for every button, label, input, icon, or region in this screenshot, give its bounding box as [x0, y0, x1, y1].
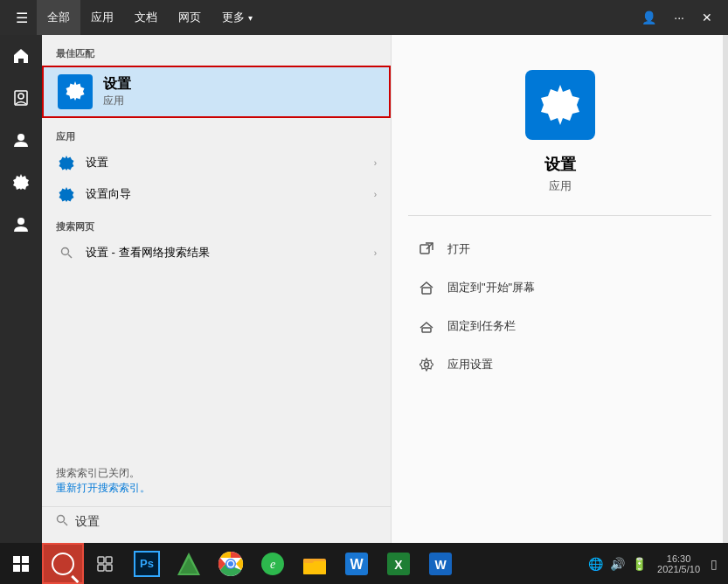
result-item-web-label: 设置 - 查看网络搜索结果 — [86, 245, 374, 261]
main-content: 最佳匹配 设置 应用 应用 — [0, 35, 728, 543]
apps-section: 应用 设置 › — [42, 125, 391, 210]
search-icon-bottom — [56, 514, 68, 529]
chevron-right-icon-2: › — [374, 190, 377, 199]
clock-date: 2021/5/10 — [657, 564, 700, 574]
sidebar-share-icon[interactable] — [0, 203, 42, 245]
action-pin-taskbar[interactable]: 固定到任务栏 — [409, 307, 711, 345]
svg-rect-18 — [13, 556, 20, 563]
tab-web[interactable]: 网页 — [168, 0, 211, 35]
svg-point-2 — [17, 134, 24, 141]
reopen-index-link[interactable]: 重新打开搜索索引。 — [56, 482, 150, 494]
open-icon — [416, 239, 437, 260]
search-notice-line1: 搜索索引已关闭。 — [56, 466, 377, 481]
best-match-item[interactable]: 设置 应用 — [42, 66, 391, 118]
search-icon — [56, 242, 77, 263]
svg-point-31 — [228, 561, 233, 567]
tab-more[interactable]: 更多 ▾ — [211, 10, 263, 25]
taskbar-app-unknown2[interactable]: W — [336, 543, 378, 584]
search-notice: 搜索索引已关闭。 重新打开搜索索引。 — [42, 455, 391, 506]
user-icon-tab[interactable]: 👤 — [633, 0, 665, 35]
result-item-name-guide: 设置向导 — [86, 186, 374, 202]
detail-name: 设置 — [544, 154, 576, 175]
taskbar-app-excel[interactable]: X — [378, 543, 419, 584]
svg-point-17 — [425, 363, 429, 367]
action-open[interactable]: 打开 — [409, 230, 711, 268]
svg-line-9 — [68, 254, 72, 258]
show-desktop-icon[interactable]: ▯ — [707, 557, 721, 571]
svg-rect-21 — [22, 565, 29, 572]
best-match-icon — [58, 74, 93, 109]
svg-text:X: X — [394, 558, 403, 572]
tab-all[interactable]: 全部 — [37, 0, 80, 35]
svg-rect-22 — [98, 557, 104, 563]
action-pin-taskbar-label: 固定到任务栏 — [447, 318, 516, 334]
app-settings-icon — [416, 354, 437, 375]
sidebar — [0, 35, 42, 543]
svg-point-4 — [17, 218, 24, 225]
result-item-web-search[interactable]: 设置 - 查看网络搜索结果 › — [42, 237, 391, 268]
tab-more-label: 更多 — [222, 10, 245, 25]
result-item-settings[interactable]: 设置 › — [42, 147, 391, 178]
taskbar-app-explorer[interactable] — [294, 543, 336, 584]
taskbar-apps: Ps — [126, 543, 585, 584]
detail-actions: 打开 固定到"开始"屏幕 — [392, 230, 728, 384]
clock-time: 16:30 — [657, 553, 700, 564]
sidebar-settings-icon[interactable] — [0, 161, 42, 203]
apps-section-label: 应用 — [42, 125, 391, 147]
taskbar-app-ie[interactable]: e — [252, 543, 294, 584]
hamburger-icon[interactable]: ☰ — [7, 10, 37, 26]
svg-rect-24 — [98, 565, 104, 571]
taskbar-app-chrome[interactable] — [210, 543, 252, 584]
pin-taskbar-icon — [416, 316, 437, 337]
start-button[interactable] — [0, 543, 42, 584]
detail-app-icon — [525, 70, 595, 140]
left-panel: 最佳匹配 设置 应用 应用 — [42, 35, 392, 543]
svg-point-10 — [58, 516, 65, 523]
search-bar-bottom — [42, 506, 391, 536]
ps-icon: Ps — [134, 551, 160, 577]
action-app-settings-label: 应用设置 — [447, 357, 493, 372]
close-button[interactable]: ✕ — [693, 0, 721, 35]
right-panel: 设置 应用 打开 — [392, 35, 728, 543]
chevron-right-icon-3: › — [374, 248, 377, 258]
chevron-right-icon: › — [374, 158, 377, 168]
start-menu: ☰ 全部 应用 文档 网页 更多 ▾ 👤 ··· ✕ — [0, 0, 728, 543]
svg-rect-36 — [303, 559, 314, 563]
taskbar-app-photoshop[interactable]: Ps — [126, 543, 168, 584]
battery-icon[interactable]: 🔋 — [628, 557, 650, 571]
svg-rect-23 — [106, 557, 112, 563]
sidebar-contact-icon[interactable] — [0, 77, 42, 119]
system-tray: 🌐 🔊 🔋 16:30 2021/5/10 ▯ — [585, 553, 728, 574]
system-clock[interactable]: 16:30 2021/5/10 — [650, 553, 707, 574]
network-icon[interactable]: 🌐 — [585, 557, 607, 571]
taskbar-app-word[interactable]: W — [419, 543, 461, 584]
task-view-button[interactable] — [84, 543, 126, 584]
svg-line-11 — [64, 522, 67, 525]
pin-start-icon — [416, 277, 437, 298]
more-options-button[interactable]: ··· — [665, 0, 693, 35]
svg-rect-15 — [422, 288, 431, 294]
svg-rect-25 — [106, 565, 112, 571]
svg-rect-20 — [13, 565, 20, 572]
volume-icon[interactable]: 🔊 — [607, 557, 628, 571]
tab-bar: ☰ 全部 应用 文档 网页 更多 ▾ 👤 ··· ✕ — [0, 0, 728, 35]
action-app-settings[interactable]: 应用设置 — [409, 345, 711, 384]
chevron-down-icon: ▾ — [248, 13, 253, 23]
action-pin-start[interactable]: 固定到"开始"屏幕 — [409, 268, 711, 307]
tab-apps[interactable]: 应用 — [80, 0, 124, 35]
tab-actions: 👤 ··· ✕ — [633, 0, 721, 35]
taskbar-app-unknown1[interactable] — [168, 543, 210, 584]
sidebar-user-icon[interactable] — [0, 119, 42, 161]
result-item-settings-guide[interactable]: 设置向导 › — [42, 178, 391, 210]
detail-type: 应用 — [549, 178, 572, 194]
search-input[interactable] — [75, 515, 377, 529]
right-scrollbar[interactable] — [723, 35, 728, 543]
svg-rect-35 — [303, 561, 326, 574]
sidebar-home-icon[interactable] — [0, 35, 42, 77]
search-button[interactable] — [42, 543, 84, 584]
search-circle-icon — [52, 553, 74, 575]
tab-docs[interactable]: 文档 — [124, 0, 168, 35]
svg-point-8 — [62, 248, 69, 255]
settings-guide-icon — [56, 184, 77, 205]
svg-rect-19 — [22, 556, 29, 563]
